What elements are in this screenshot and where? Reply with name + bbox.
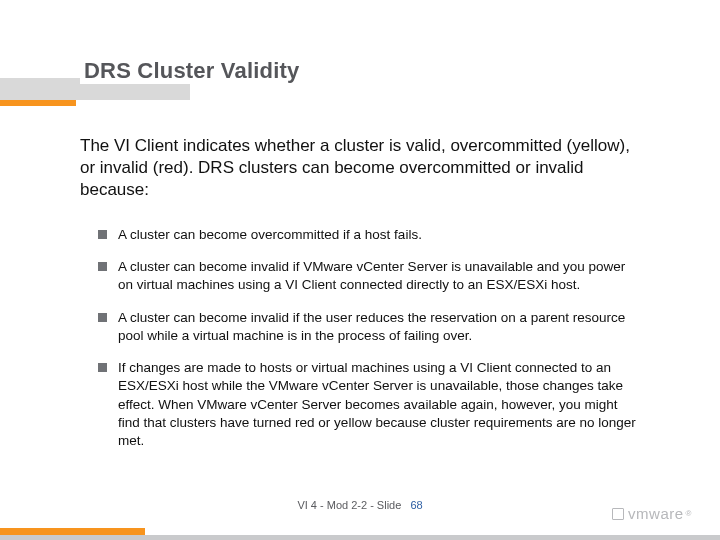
- intro-paragraph: The VI Client indicates whether a cluste…: [80, 135, 640, 201]
- slide-number: 68: [410, 499, 422, 511]
- slide-title: DRS Cluster Validity: [80, 58, 310, 84]
- bullet-square-icon: [98, 262, 107, 271]
- bullet-text: If changes are made to hosts or virtual …: [118, 359, 643, 450]
- bullet-text: A cluster can become overcommitted if a …: [118, 226, 422, 244]
- bullet-text: A cluster can become invalid if VMware v…: [118, 258, 643, 294]
- footer-bar-gray: [0, 535, 720, 540]
- list-item: A cluster can become invalid if the user…: [98, 309, 643, 345]
- logo-text: vmware: [628, 505, 684, 522]
- bullet-text: A cluster can become invalid if the user…: [118, 309, 643, 345]
- bullet-square-icon: [98, 230, 107, 239]
- list-item: If changes are made to hosts or virtual …: [98, 359, 643, 450]
- vmware-logo: vmware ®: [612, 505, 692, 522]
- list-item: A cluster can become overcommitted if a …: [98, 226, 643, 244]
- top-decoration: [0, 0, 720, 110]
- logo-box-icon: [612, 508, 624, 520]
- title-bar-orange: [0, 100, 76, 106]
- footer-text: VI 4 - Mod 2-2 - Slide: [297, 499, 401, 511]
- list-item: A cluster can become invalid if VMware v…: [98, 258, 643, 294]
- slide: DRS Cluster Validity The VI Client indic…: [0, 0, 720, 540]
- logo-trademark: ®: [686, 509, 692, 518]
- footer-bar-orange: [0, 528, 145, 535]
- bullet-square-icon: [98, 363, 107, 372]
- bullet-list: A cluster can become overcommitted if a …: [98, 226, 643, 464]
- bullet-square-icon: [98, 313, 107, 322]
